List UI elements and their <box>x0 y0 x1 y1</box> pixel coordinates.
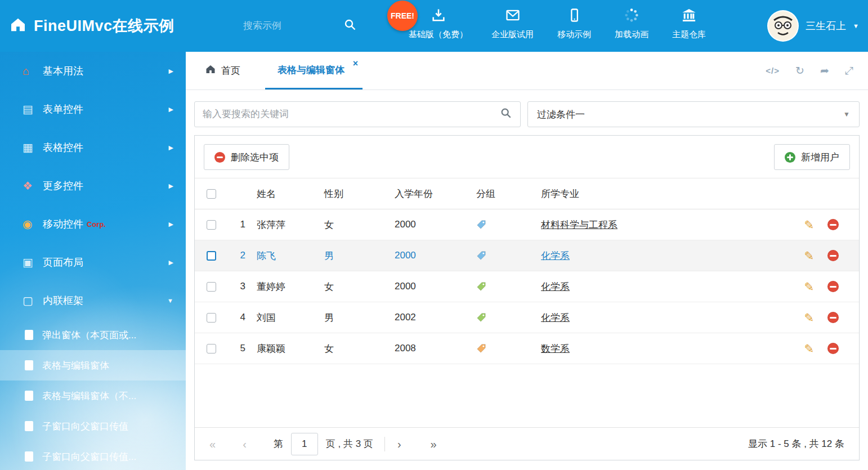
delete-icon[interactable] <box>827 219 839 230</box>
plus-circle-icon <box>785 152 795 163</box>
cell-name: 康颖颖 <box>245 342 324 355</box>
search-icon[interactable] <box>343 18 357 34</box>
sidebar-item-grid-controls[interactable]: ▦ 表格控件 ▶ <box>0 128 186 167</box>
sidebar-subitem-grid-edit-window-2[interactable]: 表格与编辑窗体（不... <box>0 381 186 411</box>
tab-grid-edit-window[interactable]: 表格与编辑窗体 × <box>265 52 363 89</box>
filter-dropdown[interactable]: 过滤条件一 ▼ <box>527 101 860 127</box>
sidebar: ⌂ 基本用法 ▶ ▤ 表单控件 ▶ ▦ 表格控件 ▶ ❖ 更多控件 ▶ ◉ 移动… <box>0 52 186 470</box>
page-icon <box>25 421 33 431</box>
cell-name: 董婷婷 <box>245 280 324 293</box>
edit-icon[interactable]: ✎ <box>804 343 814 355</box>
nav-mobile-demo[interactable]: 移动示例 <box>557 7 591 40</box>
row-checkbox[interactable] <box>207 282 216 292</box>
select-all-checkbox[interactable] <box>207 189 216 199</box>
sidebar-item-basic-usage[interactable]: ⌂ 基本用法 ▶ <box>0 52 186 90</box>
signal-icon: ◉ <box>23 217 43 231</box>
form-icon: ▤ <box>23 102 43 116</box>
table-row[interactable]: 1 张萍萍 女 2000 材料科学与工程系 ✎ <box>195 209 859 240</box>
sidebar-subitem-popup-window[interactable]: 弹出窗体（本页面或... <box>0 320 186 350</box>
last-page-icon[interactable]: » <box>431 438 437 450</box>
table-row[interactable]: 3 董婷婷 女 2000 化学系 ✎ <box>195 271 859 302</box>
free-badge: FREE! <box>387 1 418 31</box>
edit-icon[interactable]: ✎ <box>804 281 814 293</box>
sidebar-item-page-layout[interactable]: ▣ 页面布局 ▶ <box>0 243 186 281</box>
tag-icon <box>476 220 486 230</box>
user-menu[interactable]: 三生石上 ▼ <box>767 0 859 52</box>
record-count-summary: 显示 1 - 5 条 , 共 12 条 <box>748 437 844 450</box>
major-link[interactable]: 化学系 <box>541 312 570 323</box>
tab-active-label: 表格与编辑窗体 <box>278 64 344 77</box>
page-number-input[interactable] <box>291 433 318 455</box>
sidebar-item-iframe[interactable]: ▢ 内联框架 ▼ <box>0 281 186 320</box>
search-icon[interactable] <box>500 107 512 122</box>
main-content: 首页 表格与编辑窗体 × </> ↻ ➦ ⤢ 过滤条件一 ▼ 删除选 <box>186 52 868 470</box>
nav-enterprise-trial[interactable]: 企业版试用 <box>491 7 534 40</box>
sidebar-item-label: 页面布局 <box>43 256 83 269</box>
add-user-button[interactable]: 新增用户 <box>774 144 850 170</box>
major-link[interactable]: 化学系 <box>541 250 570 261</box>
row-index: 2 <box>226 250 245 261</box>
major-link[interactable]: 化学系 <box>541 281 570 292</box>
table-row[interactable]: 5 康颖颖 女 2008 数学系 ✎ <box>195 333 859 364</box>
nav-theme-repo[interactable]: 主题仓库 <box>672 7 706 40</box>
tab-home-label: 首页 <box>221 64 240 77</box>
filter-row: 过滤条件一 ▼ <box>186 90 868 127</box>
nav-label: 基础版（免费） <box>409 29 468 40</box>
tab-home[interactable]: 首页 <box>205 52 240 89</box>
edit-icon[interactable]: ✎ <box>804 250 814 262</box>
page-icon <box>25 391 33 401</box>
close-icon[interactable]: × <box>353 59 358 68</box>
row-checkbox[interactable] <box>207 313 216 323</box>
header-search-input[interactable] <box>243 20 328 32</box>
major-link[interactable]: 数学系 <box>541 343 570 354</box>
tab-bar: 首页 表格与编辑窗体 × </> ↻ ➦ ⤢ <box>186 52 868 90</box>
delete-selected-button[interactable]: 删除选中项 <box>204 144 289 170</box>
delete-icon[interactable] <box>827 312 839 323</box>
edit-icon[interactable]: ✎ <box>804 312 814 324</box>
tag-icon <box>476 281 486 292</box>
caret-down-icon: ▼ <box>843 110 850 118</box>
user-name: 三生石上 <box>806 19 846 33</box>
keyword-search-box <box>194 101 521 127</box>
keyword-search-input[interactable] <box>203 109 500 120</box>
grid-toolbar: 删除选中项 新增用户 <box>195 136 859 178</box>
major-link[interactable]: 材料科学与工程系 <box>541 220 618 230</box>
page-suffix-label: 页 , 共 3 页 <box>326 437 373 450</box>
sidebar-item-more-controls[interactable]: ❖ 更多控件 ▶ <box>0 167 186 205</box>
first-page-icon[interactable]: « <box>209 438 216 450</box>
table-row[interactable]: 4 刘国 男 2002 化学系 ✎ <box>195 302 859 333</box>
sidebar-item-mobile-controls[interactable]: ◉ 移动控件 Corp. ▶ <box>0 205 186 243</box>
row-checkbox[interactable] <box>207 220 216 230</box>
delete-icon[interactable] <box>827 281 839 292</box>
prev-page-icon[interactable]: ‹ <box>243 438 247 450</box>
row-checkbox[interactable] <box>207 344 216 353</box>
sidebar-item-label: 表单控件 <box>43 102 83 116</box>
delete-icon[interactable] <box>827 343 839 354</box>
download-icon <box>431 7 446 25</box>
row-checkbox[interactable] <box>207 251 216 261</box>
cell-year: 2000 <box>395 219 476 230</box>
page-icon <box>25 451 33 462</box>
next-page-icon[interactable]: › <box>397 438 401 450</box>
tag-icon <box>476 312 486 323</box>
chevron-right-icon: ▶ <box>169 144 173 151</box>
nav-loading-animation[interactable]: 加载动画 <box>615 7 648 40</box>
delete-icon[interactable] <box>827 250 839 261</box>
edit-icon[interactable]: ✎ <box>804 219 814 231</box>
table-row[interactable]: 2 陈飞 男 2000 化学系 ✎ <box>195 240 859 271</box>
source-code-icon[interactable]: </> <box>766 66 780 75</box>
nav-label: 移动示例 <box>557 29 591 40</box>
sidebar-item-label: 移动控件 <box>43 217 83 231</box>
sidebar-subitem-grid-edit-window[interactable]: 表格与编辑窗体 <box>0 350 186 381</box>
sidebar-subitem-child-to-parent-2[interactable]: 子窗口向父窗口传值... <box>0 441 186 470</box>
page-prefix-label: 第 <box>274 437 283 450</box>
cell-group <box>476 250 541 261</box>
page-icon <box>25 330 33 340</box>
sidebar-item-form-controls[interactable]: ▤ 表单控件 ▶ <box>0 90 186 128</box>
share-icon[interactable]: ➦ <box>820 65 829 76</box>
house-icon: ⌂ <box>23 65 43 78</box>
refresh-icon[interactable]: ↻ <box>795 65 804 76</box>
fullscreen-icon[interactable]: ⤢ <box>845 65 853 76</box>
sidebar-subitem-child-to-parent[interactable]: 子窗口向父窗口传值 <box>0 411 186 441</box>
nav-basic-free[interactable]: 基础版（免费） <box>409 7 468 40</box>
